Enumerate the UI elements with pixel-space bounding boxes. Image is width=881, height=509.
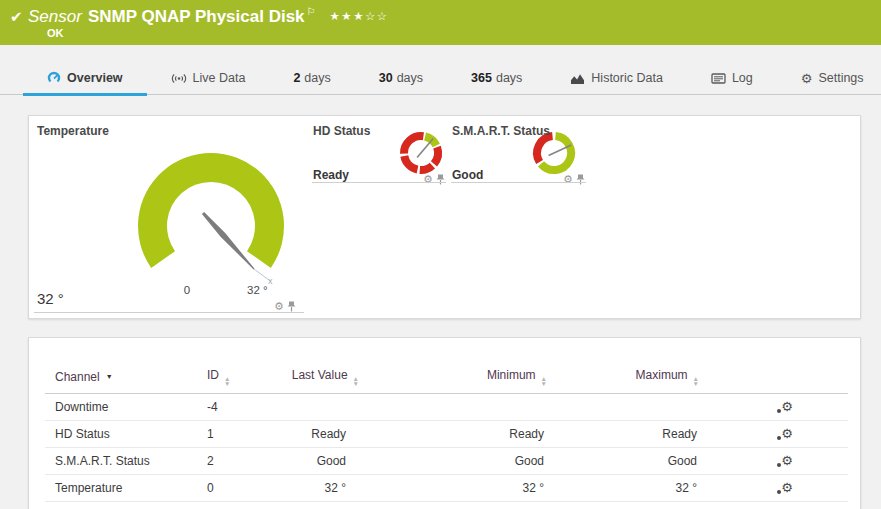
priority-flag-icon: ⚐ (307, 6, 316, 17)
tab-label: Log (732, 71, 753, 85)
temperature-max-marker: x (268, 276, 273, 286)
temperature-scale-min: 0 (177, 284, 197, 296)
gear-icon[interactable]: ⚙ (563, 175, 573, 185)
table-row-downtime: Downtime -4 ⚙ (45, 394, 848, 421)
tab-settings[interactable]: ⚙ Settings (777, 62, 881, 95)
tab-live-data[interactable]: Live Data (147, 62, 270, 95)
temperature-gauge-arc (138, 153, 284, 268)
divider (34, 312, 304, 313)
pin-icon[interactable] (436, 174, 445, 185)
channel-settings-icon[interactable]: ⚙ (781, 427, 793, 440)
hd-status-title: HD Status (313, 124, 370, 138)
tab-label: Live Data (193, 71, 246, 85)
temperature-gauge-needle (202, 212, 255, 269)
hd-status-actions[interactable]: ⚙ (423, 174, 445, 185)
status-badge: OK (47, 27, 64, 39)
maximum-value (547, 394, 699, 421)
gauges-panel: x Temperature 0 32 ° 32 ° ⚙ HD Status Re… (28, 115, 861, 319)
table-header-row: Channel▼ ID▲▼ Last Value▲▼ Minimum▲▼ Max… (45, 368, 848, 394)
divider (451, 182, 586, 183)
smart-status-actions[interactable]: ⚙ (563, 174, 585, 185)
tab-label: days (397, 71, 423, 85)
channel-id: 2 (207, 448, 289, 475)
minimum-value: Good (359, 448, 547, 475)
temperature-gauge-title: Temperature (37, 124, 109, 138)
pin-icon[interactable] (287, 301, 296, 312)
tab-log[interactable]: Log (687, 62, 777, 95)
channel-settings-icon[interactable]: ⚙ (781, 454, 793, 467)
channel-id: -4 (207, 394, 289, 421)
temperature-scale-max: 32 ° (247, 284, 268, 296)
channel-name: Downtime (45, 394, 207, 421)
pin-icon[interactable] (576, 174, 585, 185)
tab-label: days (496, 71, 522, 85)
maximum-value: 32 ° (547, 475, 699, 502)
smart-status-value: Good (452, 168, 483, 182)
channel-name: HD Status (45, 421, 207, 448)
historic-data-icon (570, 72, 585, 85)
sort-icon: ▲▼ (541, 376, 547, 386)
tab-number: 365 (471, 71, 492, 85)
hd-status-value: Ready (313, 168, 349, 182)
column-header-maximum[interactable]: Maximum▲▼ (547, 368, 699, 394)
sort-icon: ▲▼ (693, 376, 699, 386)
smart-status-title: S.M.A.R.T. Status (452, 124, 550, 138)
minimum-value: Ready (359, 421, 547, 448)
settings-gear-icon: ⚙ (801, 71, 813, 86)
temperature-gauge-actions[interactable]: ⚙ (274, 301, 296, 312)
sensor-title-line: SensorSNMP QNAP Physical Disk⚐★★★☆☆ (28, 6, 389, 27)
log-icon (711, 72, 726, 85)
column-header-actions (699, 368, 848, 394)
channel-id: 0 (207, 475, 289, 502)
last-value: Ready (289, 421, 359, 448)
column-header-channel[interactable]: Channel▼ (45, 368, 207, 394)
tab-30-days[interactable]: 30 days (355, 62, 447, 95)
last-value (289, 394, 359, 421)
channel-table-panel: Channel▼ ID▲▼ Last Value▲▼ Minimum▲▼ Max… (28, 337, 861, 509)
tab-overview[interactable]: Overview (23, 62, 147, 95)
maximum-value: Ready (547, 421, 699, 448)
tab-number: 2 (293, 71, 300, 85)
sort-desc-icon: ▼ (106, 373, 113, 380)
last-value: Good (289, 448, 359, 475)
star-empty-icons[interactable]: ☆☆ (365, 9, 389, 23)
column-header-minimum[interactable]: Minimum▲▼ (359, 368, 547, 394)
tab-bar: Overview Live Data 2 days 30 days 365 da… (0, 62, 881, 95)
column-header-last-value[interactable]: Last Value▲▼ (289, 368, 359, 394)
tab-number: 30 (379, 71, 393, 85)
ok-check-icon: ✔ (10, 8, 23, 26)
last-value: 32 ° (289, 475, 359, 502)
sort-icon: ▲▼ (353, 376, 359, 386)
hd-status-needle (417, 138, 433, 157)
star-filled-icons[interactable]: ★★★ (330, 9, 365, 23)
sort-icon: ▲▼ (224, 376, 230, 386)
channel-settings-icon[interactable]: ⚙ (781, 400, 793, 413)
gauges-graphics: x (29, 116, 862, 320)
channel-id: 1 (207, 421, 289, 448)
table-row-hd-status: HD Status 1 Ready Ready Ready ⚙ (45, 421, 848, 448)
sensor-type-label: Sensor (28, 7, 82, 26)
tab-label: Settings (818, 71, 863, 85)
tab-2-days[interactable]: 2 days (269, 62, 354, 95)
gauge-icon (47, 71, 61, 85)
table-row-smart-status: S.M.A.R.T. Status 2 Good Good Good ⚙ (45, 448, 848, 475)
column-header-id[interactable]: ID▲▼ (207, 368, 289, 394)
tab-label: Overview (67, 71, 123, 85)
channel-table: Channel▼ ID▲▼ Last Value▲▼ Minimum▲▼ Max… (45, 368, 848, 502)
table-row-temperature: Temperature 0 32 ° 32 ° 32 ° ⚙ (45, 475, 848, 502)
tab-365-days[interactable]: 365 days (447, 62, 546, 95)
page-title: SNMP QNAP Physical Disk (88, 7, 305, 26)
live-data-icon (171, 72, 187, 85)
tab-label: days (304, 71, 330, 85)
gear-icon[interactable]: ⚙ (274, 302, 284, 312)
priority-stars[interactable]: ★★★☆☆ (330, 9, 389, 23)
tab-historic-data[interactable]: Historic Data (546, 62, 687, 95)
divider (312, 182, 446, 183)
channel-name: Temperature (45, 475, 207, 502)
channel-settings-icon[interactable]: ⚙ (781, 481, 793, 494)
channel-name: S.M.A.R.T. Status (45, 448, 207, 475)
sensor-status-header: ✔ SensorSNMP QNAP Physical Disk⚐★★★☆☆ OK (0, 0, 881, 45)
gear-icon[interactable]: ⚙ (423, 175, 433, 185)
maximum-value: Good (547, 448, 699, 475)
minimum-value (359, 394, 547, 421)
